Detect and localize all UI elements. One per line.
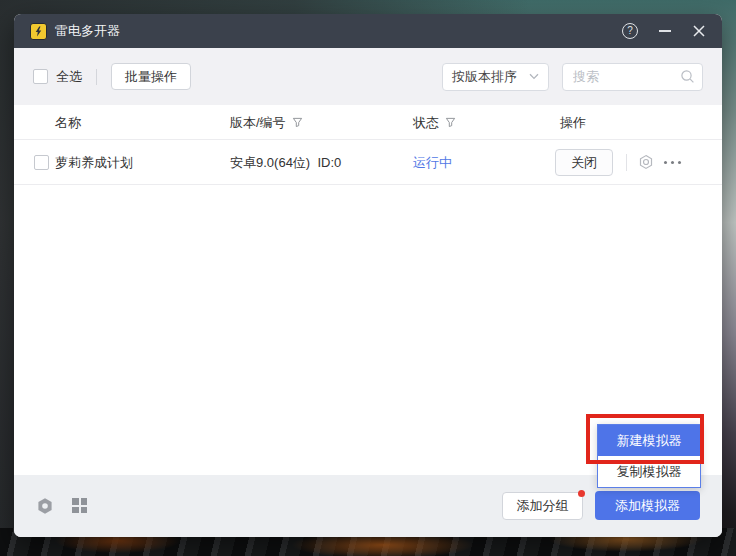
minimize-icon[interactable] bbox=[659, 24, 671, 38]
menu-item-new-emulator[interactable]: 新建模拟器 bbox=[598, 425, 700, 456]
gear-icon[interactable] bbox=[638, 154, 654, 173]
column-header-version: 版本/编号 bbox=[230, 105, 303, 140]
notification-dot bbox=[578, 490, 585, 497]
toolbar-divider bbox=[96, 69, 97, 85]
filter-icon[interactable] bbox=[292, 117, 303, 128]
column-header-actions: 操作 bbox=[560, 105, 586, 140]
emulator-name: 萝莉养成计划 bbox=[55, 140, 133, 185]
add-emulator-popup-menu: 新建模拟器 复制模拟器 bbox=[597, 424, 701, 488]
sort-dropdown[interactable]: 按版本排序 bbox=[442, 63, 549, 91]
toolbar: 全选 批量操作 按版本排序 bbox=[14, 48, 722, 105]
settings-gear-icon[interactable] bbox=[36, 497, 54, 519]
status-badge: 运行中 bbox=[413, 140, 452, 185]
row-divider bbox=[626, 154, 627, 171]
row-checkbox[interactable] bbox=[34, 155, 49, 170]
filter-icon[interactable] bbox=[445, 117, 456, 128]
stop-emulator-button[interactable]: 关闭 bbox=[555, 149, 613, 176]
grid-icon[interactable] bbox=[72, 498, 87, 513]
desktop-wallpaper: 雷电多开器 ? 全选 批量操作 按版本排序 bbox=[0, 0, 736, 556]
chevron-down-icon bbox=[529, 73, 539, 80]
titlebar: 雷电多开器 ? bbox=[14, 14, 722, 48]
more-icon[interactable] bbox=[664, 161, 681, 164]
add-group-button[interactable]: 添加分组 bbox=[502, 492, 583, 520]
table-row: 萝莉养成计划 安卓9.0(64位) ID:0 运行中 关闭 bbox=[14, 140, 722, 185]
search-icon bbox=[680, 69, 695, 84]
table-header: 名称 版本/编号 状态 操作 bbox=[14, 105, 722, 140]
search-box bbox=[562, 63, 703, 91]
toolbar-right: 按版本排序 bbox=[442, 63, 703, 91]
ldplayer-multi-manager-window: 雷电多开器 ? 全选 批量操作 按版本排序 bbox=[14, 14, 722, 537]
batch-operations-button[interactable]: 批量操作 bbox=[111, 63, 191, 90]
help-icon[interactable]: ? bbox=[622, 23, 638, 39]
menu-item-copy-emulator[interactable]: 复制模拟器 bbox=[598, 456, 700, 487]
window-controls: ? bbox=[622, 23, 706, 39]
lightning-app-icon bbox=[30, 23, 47, 40]
close-icon[interactable] bbox=[692, 24, 706, 38]
column-header-status: 状态 bbox=[413, 105, 456, 140]
window-title: 雷电多开器 bbox=[55, 22, 120, 40]
sort-dropdown-value: 按版本排序 bbox=[452, 68, 517, 86]
add-emulator-button[interactable]: 添加模拟器 bbox=[595, 491, 700, 520]
emulator-version: 安卓9.0(64位) ID:0 bbox=[230, 140, 341, 185]
column-header-name: 名称 bbox=[55, 105, 81, 140]
select-all-checkbox[interactable] bbox=[33, 69, 48, 84]
select-all-label: 全选 bbox=[56, 68, 82, 86]
